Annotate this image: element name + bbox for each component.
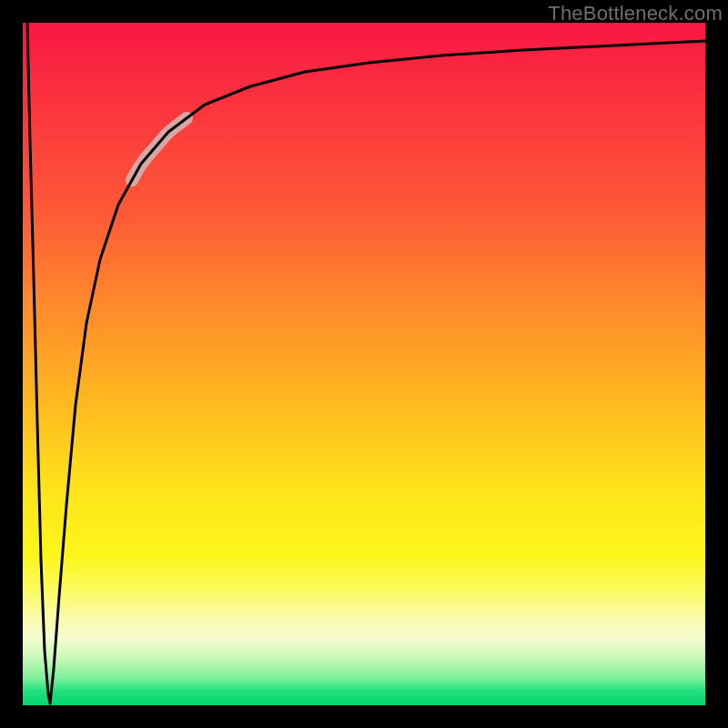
chart-frame: TheBottleneck.com (0, 0, 728, 728)
curve-layer (23, 23, 705, 705)
curve-main (27, 23, 705, 703)
curve-highlight (132, 118, 187, 180)
plot-area (23, 23, 705, 705)
